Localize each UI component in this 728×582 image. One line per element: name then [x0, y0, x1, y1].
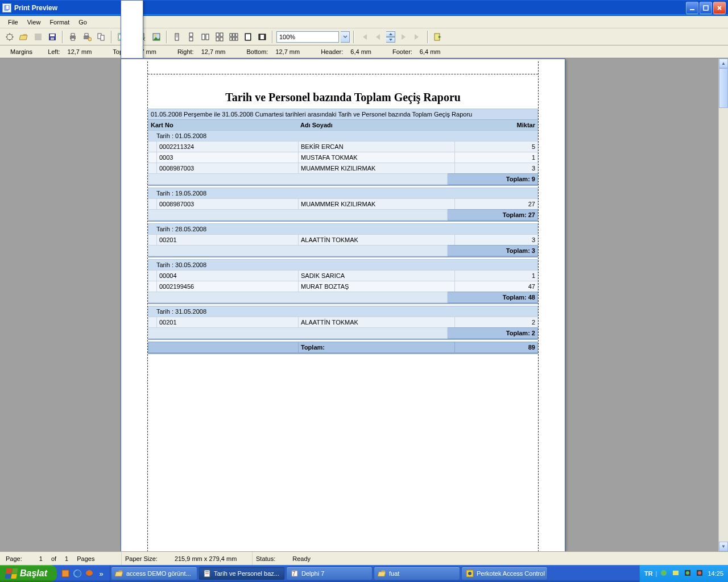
status-papersize-label: Paper Size: [125, 555, 175, 562]
taskbar-item-label: Perkotek Access Control [477, 570, 545, 577]
grand-total-label: Toplam: [298, 342, 454, 352]
cell-adisoyadi: BEKİR ERCAN [298, 142, 454, 152]
cell-kartno: 00201 [156, 235, 298, 245]
svg-rect-51 [205, 573, 209, 574]
maximize-button[interactable] [700, 2, 712, 14]
start-label: Başlat [20, 568, 47, 579]
margin-left-value: 12,7 mm [68, 48, 104, 55]
report-description: 01.05.2008 Perşembe ile 31.05.2008 Cumar… [148, 109, 538, 120]
menu-format[interactable]: Format [45, 18, 74, 27]
save-button-disabled [32, 31, 44, 43]
close-preview-button[interactable] [432, 31, 444, 43]
preview-area: Tarih ve Personel bazında Toplam Geçiş R… [0, 58, 728, 551]
scroll-down-button[interactable]: ▼ [719, 542, 728, 551]
status-papersize-value: 215,9 mm x 279,4 mm [175, 555, 237, 562]
view-continuous-button[interactable] [185, 31, 197, 43]
zoom-input[interactable] [276, 31, 339, 43]
svg-point-55 [468, 572, 471, 575]
svg-rect-5 [35, 34, 42, 40]
close-button[interactable] [713, 2, 726, 14]
vertical-scrollbar[interactable]: ▲ ▼ [718, 59, 728, 551]
svg-rect-32 [220, 33, 223, 36]
margin-right-value: 12,7 mm [201, 48, 237, 55]
print-dialog-button[interactable] [81, 31, 93, 43]
cell-miktar: 47 [454, 281, 537, 292]
svg-rect-40 [235, 38, 238, 40]
tray-icon-1[interactable] [660, 569, 669, 578]
svg-rect-1 [6, 5, 9, 10]
view-wholepage-button[interactable] [256, 31, 268, 43]
menu-view[interactable]: View [23, 18, 46, 27]
status-status-label: Status: [256, 555, 292, 562]
subtotal-row: Toplam: 48 [148, 292, 538, 303]
view-multipage-button[interactable] [228, 31, 240, 43]
taskbar-item[interactable]: Perkotek Access Control [461, 567, 548, 580]
cell-adisoyadi: MURAT BOZTAŞ [298, 281, 454, 292]
column-headers: Kart No Adı Soyadı Miktar [148, 119, 538, 131]
menu-go[interactable]: Go [74, 18, 92, 27]
open-button[interactable] [18, 31, 30, 43]
page-spin-down[interactable] [386, 37, 395, 43]
svg-rect-27 [189, 33, 193, 36]
design-button[interactable] [3, 31, 16, 43]
minimize-button[interactable] [686, 2, 698, 14]
svg-rect-29 [202, 34, 205, 40]
taskbar-item[interactable]: fuat [374, 567, 460, 580]
view-pagewidth-button[interactable] [242, 31, 254, 43]
subtotal-value: Toplam: 3 [448, 245, 538, 256]
zoom-dropdown[interactable] [341, 31, 350, 43]
cell-adisoyadi: MUAMMMER KIZILIRMAK [298, 163, 454, 173]
view-singlepage-button[interactable] [171, 31, 183, 43]
view-facing-button[interactable] [199, 31, 212, 43]
clock[interactable]: 14:25 [708, 570, 723, 577]
taskbar-item-icon [202, 569, 212, 578]
report-title: Tarih ve Personel bazında Toplam Geçiş R… [148, 86, 538, 109]
svg-rect-28 [189, 38, 193, 41]
tray-icon-4[interactable] [696, 569, 705, 578]
tray-icon-3[interactable] [684, 569, 693, 578]
svg-rect-3 [704, 6, 708, 10]
data-row: 00201ALAATTİN TOKMAK3 [148, 234, 538, 246]
tray-icon-2[interactable] [672, 569, 681, 578]
language-indicator[interactable]: TR [644, 570, 653, 577]
cell-adisoyadi: SADIK SARICA [298, 271, 454, 281]
subtotal-value: Toplam: 9 [448, 173, 538, 185]
cell-miktar: 27 [454, 199, 537, 209]
taskbar-item-icon: 7 [290, 569, 299, 578]
svg-rect-8 [51, 38, 54, 40]
cell-kartno: 0002199456 [156, 281, 298, 292]
quick-launch-icon-2[interactable] [72, 568, 82, 579]
quick-launch-icon-1[interactable] [60, 568, 71, 579]
quick-launch-firefox-icon[interactable] [84, 568, 94, 579]
save-button[interactable] [46, 31, 59, 43]
svg-point-14 [88, 38, 92, 41]
scroll-thumb[interactable] [719, 68, 728, 108]
quick-launch: » [57, 565, 110, 582]
taskbar-item[interactable]: 7Delphi 7 [286, 567, 373, 580]
start-button[interactable]: Başlat [0, 565, 57, 582]
background-button[interactable] [150, 31, 163, 43]
print-button[interactable] [67, 31, 79, 43]
svg-rect-39 [233, 38, 235, 40]
nav-last-button [411, 31, 424, 43]
taskbar-item[interactable]: access DEMO görünt... [111, 567, 197, 580]
menu-file[interactable]: File [3, 18, 23, 27]
margin-footer-label: Footer: [384, 48, 418, 55]
scroll-up-button[interactable]: ▲ [719, 59, 728, 68]
svg-rect-57 [673, 571, 679, 575]
quick-launch-more-icon[interactable]: » [96, 568, 106, 579]
cell-kartno: 0008987003 [156, 163, 298, 173]
subtotal-value: Toplam: 27 [448, 209, 538, 221]
view-twopages-button[interactable] [213, 31, 226, 43]
app-icon [2, 3, 11, 13]
taskbar-item[interactable]: Tarih ve Personel baz... [198, 567, 285, 580]
taskbar-item-label: access DEMO görünt... [126, 570, 191, 577]
svg-rect-34 [220, 38, 223, 41]
page-spin-up[interactable] [386, 31, 395, 37]
page-setup-button[interactable] [95, 31, 107, 43]
data-row: 0002211324BEKİR ERCAN5 [148, 141, 538, 152]
svg-rect-38 [230, 38, 232, 40]
taskbar-item-label: Delphi 7 [301, 570, 324, 577]
system-tray: TR | 14:25 [639, 565, 728, 582]
cell-kartno: 0003 [156, 152, 298, 163]
